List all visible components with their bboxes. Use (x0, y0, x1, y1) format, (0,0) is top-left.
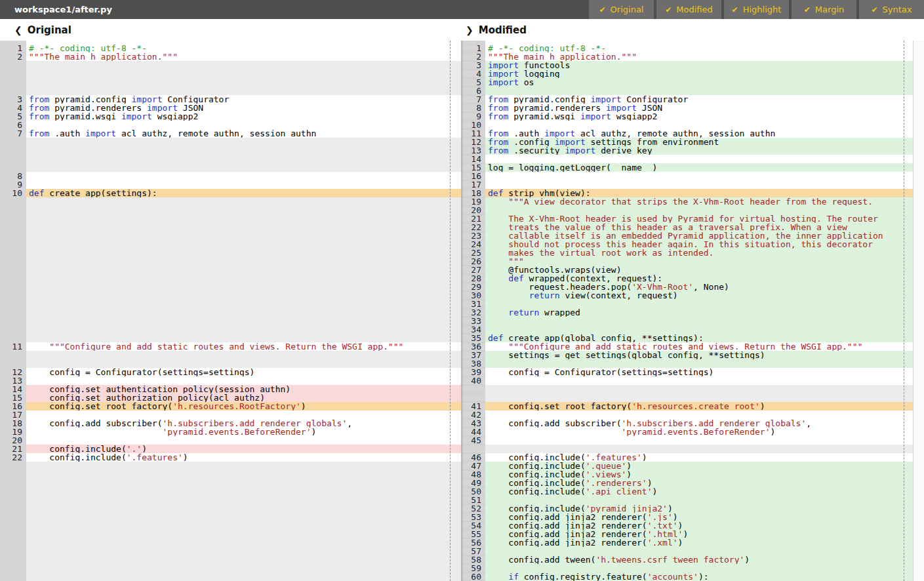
code-line[interactable]: 18def strip_vhm(view): (461, 189, 913, 197)
code-line[interactable]: 23 callable itself is an embedded Pyrami… (461, 231, 913, 240)
code-text (485, 317, 913, 325)
code-line[interactable]: 33 (461, 317, 913, 325)
code-line[interactable]: 19 """A view decorator that strips the X… (461, 197, 913, 206)
code-line[interactable]: 60 if config.registry.feature('accounts'… (461, 572, 913, 581)
code-line[interactable]: 11from .auth import acl_authz, remote_au… (461, 129, 913, 138)
code-line[interactable]: 15 config.set_authorization_policy(acl_a… (0, 393, 461, 402)
code-line[interactable]: 25 makes the virtual root work as intend… (461, 249, 913, 257)
code-line[interactable]: 14 config.set_authentication_policy(sess… (0, 385, 461, 393)
code-line[interactable]: 26 """ (461, 257, 913, 266)
code-line[interactable]: 16 config.set_root_factory('h.resources.… (0, 402, 461, 411)
toolbar-toggle-highlight[interactable]: ✔Highlight (724, 0, 789, 19)
code-line[interactable]: 52 config.include('pyramid_jinja2') (461, 504, 913, 513)
code-line[interactable]: 6 (461, 87, 913, 95)
editor-pane-original[interactable]: 1# -*- coding: utf-8 -*-2"""The main h a… (0, 41, 461, 581)
code-line[interactable]: 1# -*- coding: utf-8 -*- (0, 44, 461, 52)
code-line[interactable]: 5import os (461, 78, 913, 87)
code-line[interactable]: 7from pyramid.config import Configurator (461, 95, 913, 104)
code-line[interactable]: 40 (461, 376, 913, 385)
token-txt: ) (668, 504, 673, 513)
code-line[interactable]: 41 config.set_root_factory('h.resources.… (461, 402, 913, 411)
code-line[interactable]: 36 """Configure and add static routes an… (461, 342, 913, 351)
code-text (485, 206, 913, 214)
code-line[interactable]: 12 config = Configurator(settings=settin… (0, 368, 461, 376)
code-line[interactable]: 5from pyramid.wsgi import wsgiapp2 (0, 112, 461, 121)
code-line[interactable]: 49 config.include('.renderers') (461, 479, 913, 487)
code-line[interactable]: 21 config.include('.') (0, 445, 461, 453)
code-line[interactable]: 9from pyramid.wsgi import wsgiapp2 (461, 112, 913, 121)
code-line[interactable]: 8from pyramid.renderers import JSON (461, 104, 913, 112)
code-line[interactable]: 21 The X-Vhm-Root header is used by Pyra… (461, 214, 913, 223)
code-line[interactable]: 22 config.include('.features') (0, 453, 461, 462)
code-line[interactable]: 4from pyramid.renderers import JSON (0, 104, 461, 112)
code-line[interactable]: 9 (0, 180, 461, 189)
code-line[interactable]: 1# -*- coding: utf-8 -*- (461, 44, 913, 52)
code-line[interactable]: 2"""The main h application.""" (461, 52, 913, 61)
code-line[interactable]: 38 (461, 359, 913, 368)
code-line[interactable]: 20 (461, 206, 913, 214)
code-line[interactable]: 20 (0, 436, 461, 445)
code-line[interactable]: 45 (461, 436, 913, 445)
code-line[interactable]: 54 config.add_jinja2_renderer('.txt') (461, 521, 913, 530)
code-line[interactable]: 51 (461, 496, 913, 504)
code-line[interactable]: 17 (0, 411, 461, 419)
code-line[interactable]: 15log = logging.getLogger(__name__) (461, 163, 913, 172)
code-line[interactable]: 48 config.include('.views') (461, 470, 913, 479)
code-line[interactable]: 6 (0, 121, 461, 129)
code-line[interactable]: 4import logging (461, 70, 913, 78)
code-line[interactable]: 32 return wrapped (461, 308, 913, 317)
code-line[interactable]: 43 config.add_subscriber('h.subscribers.… (461, 419, 913, 428)
code-line[interactable]: 28 def wrapped(context, request): (461, 274, 913, 283)
code-line[interactable]: 37 settings = get_settings(global_config… (461, 351, 913, 359)
line-number (0, 274, 26, 283)
code-line[interactable]: 34 (461, 325, 913, 334)
code-line[interactable]: 27 @functools.wraps(view) (461, 266, 913, 274)
code-line[interactable]: 29 request.headers.pop('X-Vhm-Root', Non… (461, 283, 913, 291)
line-number (0, 223, 26, 231)
code-text (485, 155, 913, 163)
code-line[interactable]: 50 config.include('.api_client') (461, 487, 913, 496)
toolbar-toggle-margin[interactable]: ✔Margin (792, 0, 856, 19)
scrollbar-track[interactable] (913, 41, 924, 581)
code-line[interactable]: 3import functools (461, 61, 913, 70)
code-line[interactable]: 13 (0, 376, 461, 385)
code-line[interactable]: 59 (461, 564, 913, 572)
code-line[interactable]: 17 (461, 180, 913, 189)
code-line[interactable]: 12from .config import settings_from_envi… (461, 138, 913, 146)
code-line[interactable]: 44 'pyramid.events.BeforeRender') (461, 428, 913, 436)
code-line[interactable]: 24 should not process this header again.… (461, 240, 913, 249)
code-line[interactable]: 10def create_app(settings): (0, 189, 461, 197)
code-line[interactable]: 35def create_app(global_config, **settin… (461, 334, 913, 342)
code-line[interactable]: 11 """Configure and add static routes an… (0, 342, 461, 351)
code-line[interactable]: 57 (461, 547, 913, 555)
code-line[interactable]: 46 config.include('.features') (461, 453, 913, 462)
code-line[interactable]: 53 config.add_jinja2_renderer('.js') (461, 513, 913, 521)
code-line[interactable]: 14 (461, 155, 913, 163)
code-line[interactable]: 56 config.add_jinja2_renderer('.xml') (461, 538, 913, 547)
code-line[interactable]: 22 treats the value of this header as a … (461, 223, 913, 231)
code-line[interactable]: 19 'pyramid.events.BeforeRender') (0, 428, 461, 436)
token-kw: from (488, 129, 508, 138)
code-line[interactable]: 7from .auth import acl_authz, remote_aut… (0, 129, 461, 138)
toolbar-toggle-original[interactable]: ✔Original (589, 0, 654, 19)
code-line[interactable]: 10 (461, 121, 913, 129)
line-number (0, 214, 26, 223)
code-line[interactable]: 39 config = Configurator(settings=settin… (461, 368, 913, 376)
code-line[interactable]: 31 (461, 300, 913, 308)
code-line[interactable]: 13from .security import derive_key (461, 146, 913, 155)
code-text (26, 121, 461, 129)
code-line[interactable]: 47 config.include('.queue') (461, 462, 913, 470)
code-line[interactable]: 55 config.add_jinja2_renderer('.html') (461, 530, 913, 538)
code-line[interactable]: 3from pyramid.config import Configurator (0, 95, 461, 104)
toolbar-toggle-modified[interactable]: ✔Modified (656, 0, 721, 19)
code-line[interactable]: 30 return view(context, request) (461, 291, 913, 300)
code-line[interactable]: 8 (0, 172, 461, 180)
code-text: config.include('.features') (485, 453, 913, 462)
code-line[interactable]: 42 (461, 411, 913, 419)
code-line[interactable]: 16 (461, 172, 913, 180)
toolbar-toggle-syntax[interactable]: ✔Syntax (859, 0, 924, 19)
code-line[interactable]: 2"""The main h application.""" (0, 52, 461, 61)
code-line[interactable]: 18 config.add_subscriber('h.subscribers.… (0, 419, 461, 428)
code-line[interactable]: 58 config.add_tween('h.tweens.csrf_tween… (461, 555, 913, 564)
editor-pane-modified[interactable]: 1# -*- coding: utf-8 -*-2"""The main h a… (461, 41, 913, 581)
